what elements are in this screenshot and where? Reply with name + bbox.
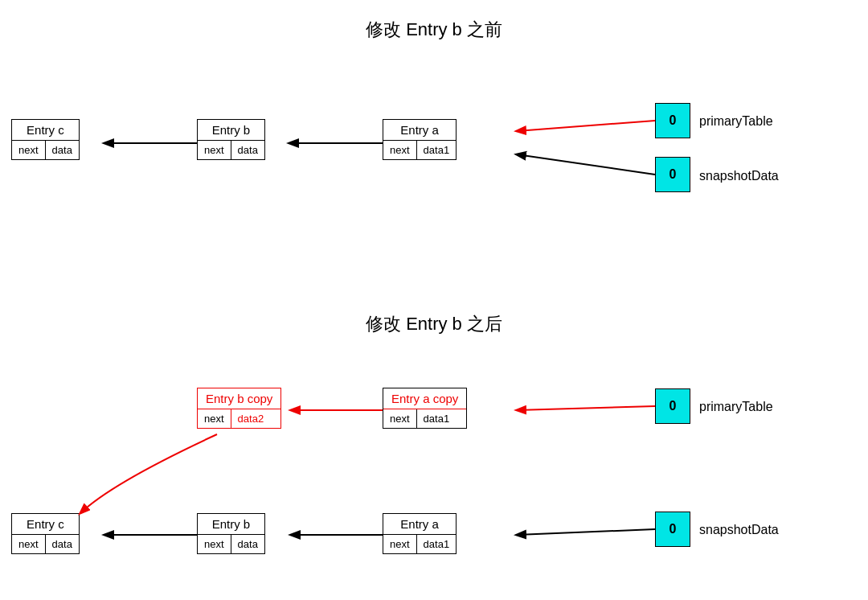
arrow-ebcopy-ec-after: [80, 434, 217, 513]
entry-a-copy: Entry a copy next data1: [383, 388, 467, 429]
label-snapshot-after: snapshotData: [699, 523, 779, 537]
label-primary-before: primaryTable: [699, 114, 773, 129]
entry-b-after-data: data: [231, 535, 264, 553]
arrows-svg: [0, 0, 868, 600]
entry-a-copy-label: Entry a copy: [383, 388, 466, 409]
entry-a-before-data: data1: [417, 141, 457, 159]
entry-a-after-data: data1: [417, 535, 457, 553]
entry-a-before-label: Entry a: [383, 120, 456, 141]
arrow-pt-ea-before: [517, 121, 655, 131]
diagram-container: 修改 Entry b 之前 Entry c next data Entry b …: [0, 0, 868, 600]
entry-b-copy-next: next: [198, 409, 231, 428]
entry-b-copy-label: Entry b copy: [198, 388, 280, 409]
arrow-sd-ea-after: [517, 529, 655, 535]
entry-c-after-data: data: [46, 535, 79, 553]
arrow-pt-eacopy-after: [517, 406, 655, 410]
entry-b-after-label: Entry b: [198, 514, 264, 535]
entry-b-copy-data: data2: [231, 409, 271, 428]
entry-b-before-label: Entry b: [198, 120, 264, 141]
entry-c-before-label: Entry c: [12, 120, 79, 141]
arrow-sd-ea-before: [517, 154, 655, 175]
title-after: 修改 Entry b 之后: [0, 312, 868, 336]
entry-c-before-data: data: [46, 141, 79, 159]
entry-b-before: Entry b next data: [197, 119, 265, 160]
label-primary-after: primaryTable: [699, 400, 773, 414]
entry-c-before-next: next: [12, 141, 46, 159]
entry-a-after: Entry a next data1: [383, 513, 457, 554]
entry-b-before-data: data: [231, 141, 264, 159]
entry-c-after-next: next: [12, 535, 46, 553]
entry-a-copy-data: data1: [417, 409, 457, 428]
entry-a-before-next: next: [383, 141, 417, 159]
entry-b-after: Entry b next data: [197, 513, 265, 554]
entry-b-copy: Entry b copy next data2: [197, 388, 281, 429]
cyan-sd-after: 0: [655, 512, 690, 547]
entry-c-after: Entry c next data: [11, 513, 80, 554]
entry-a-before: Entry a next data1: [383, 119, 457, 160]
entry-c-before: Entry c next data: [11, 119, 80, 160]
cyan-sd-before: 0: [655, 157, 690, 192]
entry-a-copy-next: next: [383, 409, 417, 428]
entry-c-after-label: Entry c: [12, 514, 79, 535]
title-before: 修改 Entry b 之前: [0, 18, 868, 42]
entry-a-after-label: Entry a: [383, 514, 456, 535]
label-snapshot-before: snapshotData: [699, 169, 779, 183]
entry-b-after-next: next: [198, 535, 231, 553]
cyan-pt-before: 0: [655, 103, 690, 138]
entry-a-after-next: next: [383, 535, 417, 553]
entry-b-before-next: next: [198, 141, 231, 159]
cyan-pt-after: 0: [655, 388, 690, 424]
